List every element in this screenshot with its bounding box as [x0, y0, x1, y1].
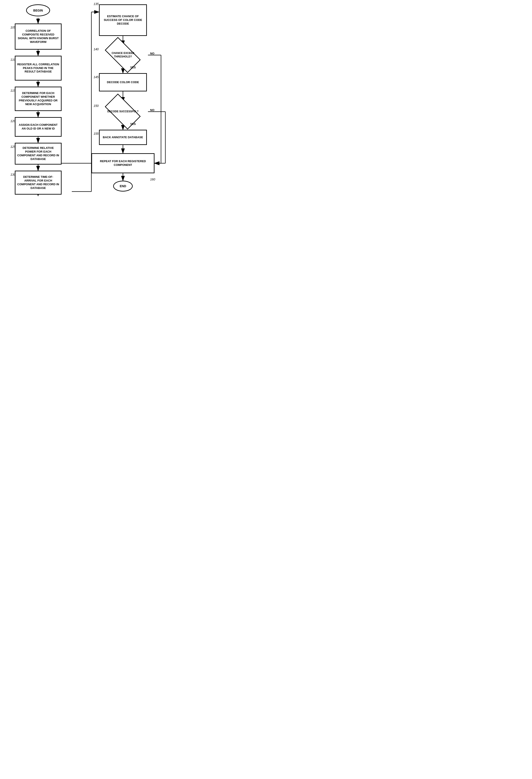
node-115-label: DETERMINE FOR EACH COMPONENT WHETHER PRE…	[17, 92, 59, 106]
node-130: DETERMINE TIME-OF-ARRIVAL FOR EACH COMPO…	[15, 171, 62, 195]
repeat-node: REPEAT FOR EACH REGISTERED COMPONENT	[91, 153, 154, 173]
node-150-container: DECODE SUCCESSFUL?	[104, 102, 142, 121]
ref-155: 155	[93, 132, 98, 135]
node-125: DETERMINE RELATIVE POWER FOR EACH COMPON…	[15, 143, 62, 165]
flowchart-diagram: BEGIN 105 CORRELATION OF COMPOSITE RECEI…	[0, 0, 179, 257]
ref-150: 150	[93, 104, 98, 108]
yes-label-150: YES	[130, 122, 136, 126]
node-120: ASSIGN EACH COMPONENT AN OLD ID OR A NEW…	[15, 117, 62, 137]
yes-label-140: YES	[130, 66, 136, 69]
node-145-label: DECODE COLOR CODE	[107, 80, 139, 84]
repeat-label: REPEAT FOR EACH REGISTERED COMPONENT	[94, 160, 152, 167]
node-150-label: DECODE SUCCESSFUL?	[107, 110, 138, 113]
node-110-label: REGISTER ALL CORRELATION PEAKS FOUND IN …	[17, 63, 59, 74]
ref-135: 135	[93, 2, 98, 6]
begin-node: BEGIN	[26, 4, 50, 16]
node-135: ESTIMATE CHANCE OF SUCCESS OF COLOR CODE…	[99, 4, 147, 36]
node-125-label: DETERMINE RELATIVE POWER FOR EACH COMPON…	[17, 146, 59, 161]
node-155: BACK ANNOTATE DATABASE	[99, 130, 147, 145]
node-115: DETERMINE FOR EACH COMPONENT WHETHER PRE…	[15, 86, 62, 111]
node-135-label: ESTIMATE CHANCE OF SUCCESS OF COLOR CODE…	[102, 15, 144, 26]
node-105: CORRELATION OF COMPOSITE RECEIVED SIGNAL…	[15, 23, 62, 50]
node-110: REGISTER ALL CORRELATION PEAKS FOUND IN …	[15, 56, 62, 80]
node-155-label: BACK ANNOTATE DATABASE	[103, 136, 143, 139]
node-145: DECODE COLOR CODE	[99, 73, 147, 92]
node-120-label: ASSIGN EACH COMPONENT AN OLD ID OR A NEW…	[17, 123, 59, 131]
node-130-label: DETERMINE TIME-OF-ARRIVAL FOR EACH COMPO…	[17, 175, 59, 190]
ref-145: 145	[93, 75, 98, 79]
ref-140: 140	[93, 48, 98, 51]
no-label-150: NO	[150, 108, 154, 112]
end-arrow	[91, 173, 157, 193]
node-140-container: CHANCE EXCEED THRESHOLD?	[104, 45, 142, 65]
no-label-140: NO	[150, 52, 154, 55]
begin-label: BEGIN	[33, 9, 43, 12]
node-105-label: CORRELATION OF COMPOSITE RECEIVED SIGNAL…	[17, 29, 59, 44]
node-140-label: CHANCE EXCEED THRESHOLD?	[104, 52, 142, 58]
